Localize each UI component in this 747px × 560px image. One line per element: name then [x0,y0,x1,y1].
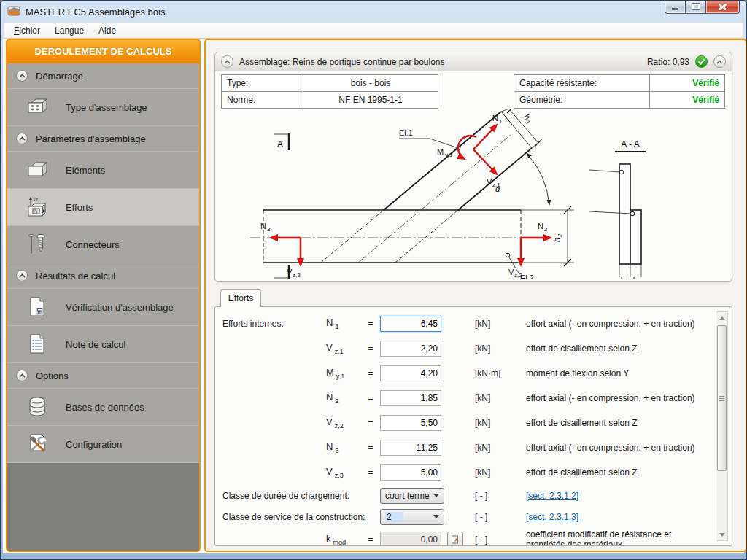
status-verified: Vérifié [650,92,725,109]
n1-input[interactable] [380,316,441,332]
configuration-icon [22,432,53,456]
chevron-up-icon [16,133,28,144]
effort-row: Vz,1 = [kN] effort de cisaillement selon… [218,336,710,361]
load-duration-select[interactable]: court terme [380,488,444,504]
sidebar-item-configuration[interactable]: Configuration [7,426,199,463]
assembly-header: Assemblage: Reins de portique continue p… [215,52,732,71]
section-link[interactable]: [sect. 2.3.1.2] [526,491,710,501]
symbol: Vz,2 [320,416,361,429]
collapse-button[interactable] [713,55,726,68]
svg-text:N: N [538,222,543,230]
triangle-up-icon [719,316,725,320]
chevron-down-icon [433,494,439,497]
sidebar-item-verification[interactable]: Vérification d'assemblage [7,289,199,326]
unit-label: [kN] [475,343,526,354]
sidebar-item-type-assemblage[interactable]: Type d'assemblage [7,89,199,126]
section-link[interactable]: [sect. 2.3.1.3] [526,512,710,522]
minimize-button[interactable] [665,0,686,14]
scroll-down-button[interactable] [716,529,727,540]
report-icon [22,332,53,356]
svg-text:3: 3 [267,226,271,233]
menubar: Fichier Langue Aide [3,23,744,39]
tab-efforts[interactable]: Efforts [220,289,261,307]
info-label: Type: [222,75,303,92]
menu-langue[interactable]: Langue [47,24,91,37]
effort-row: My,1 = [kN·m] moment de flexion selon Y [218,361,710,386]
effort-row: N3 = [kN] effort axial (- en compression… [218,435,710,460]
collapse-button[interactable] [221,55,233,68]
sidebar-empty-area [7,463,199,551]
menu-fichier[interactable]: Fichier [7,24,47,37]
check-ok-icon [695,55,708,68]
unit-label: [kN·m] [475,368,526,378]
vz2-input[interactable] [380,415,441,431]
symbol: N2 [320,392,361,405]
sidebar-section-demarrage[interactable]: Démarrage [7,63,199,89]
chevron-up-icon [16,70,28,82]
svg-text:2: 2 [544,226,548,233]
main-panel: Assemblage: Reins de portique continue p… [204,39,747,552]
close-button[interactable] [706,0,740,14]
sidebar-item-efforts[interactable]: VzN Efforts [7,189,199,226]
svg-text:1: 1 [499,118,503,125]
svg-text:h: h [552,238,561,242]
force-arrows [271,125,551,265]
n3-input[interactable] [380,440,441,456]
unit-label: [kN] [475,467,526,478]
menu-aide[interactable]: Aide [91,24,123,37]
svg-text:z,1: z,1 [492,182,500,188]
unit-label: [ - ] [475,491,526,501]
sidebar-item-connecteurs[interactable]: Connecteurs [7,226,199,263]
svg-text:V: V [487,177,492,186]
service-class-select[interactable]: 2 [380,509,444,525]
vz1-input[interactable] [380,341,441,357]
svg-text:A: A [277,139,283,149]
unit-label: [ - ] [475,512,526,522]
edit-button[interactable] [447,532,463,545]
vertical-scrollbar[interactable] [716,311,728,541]
select-label: Classe de service de la construction: [218,512,380,522]
effort-row: Efforts internes: N1 = [kN] effort axial… [218,311,710,336]
status-label: Capacité résistante: [514,75,650,92]
n2-input[interactable] [380,390,441,406]
sidebar-item-bases-de-donnees[interactable]: Bases de données [7,389,199,426]
elements-icon [22,159,53,181]
assembly-title: Assemblage: Reins de portique continue p… [239,57,445,67]
description: effort de cisaillement selon Z [526,343,710,354]
svg-text:z,3: z,3 [293,272,301,279]
assembly-groupbox: Assemblage: Reins de portique continue p… [214,52,732,282]
sidebar-item-note-de-calcul[interactable]: Note de calcul [7,326,199,363]
sidebar-section-resultats[interactable]: Résultats de calcul [7,263,199,289]
scroll-up-button[interactable] [716,312,727,324]
assembly-info-table: Type:bois - bois Norme:NF EN 1995-1-1 [221,74,438,109]
unit-label: [kN] [475,443,526,453]
vz3-input[interactable] [380,464,441,481]
symbol: Vz,1 [320,342,361,355]
sidebar-item-elements[interactable]: Eléments [7,152,199,189]
efforts-form: Efforts internes: N1 = [kN] effort axial… [214,306,732,546]
description: effort axial (- en compression, + en tra… [526,443,710,453]
select-row: Classe de service de la construction: 2 … [218,506,710,527]
maximize-icon [692,4,700,9]
sidebar-section-options[interactable]: Options [7,363,199,389]
select-row: Classe de durée de chargement: court ter… [218,485,710,506]
description: effort axial (- en compression, + en tra… [526,393,710,403]
svg-text:El.2: El.2 [520,273,534,279]
sidebar-section-parametres[interactable]: Paramètres d'assemblage [7,126,199,152]
svg-text:M: M [437,147,444,156]
kmod-input [380,532,441,545]
description: effort de cisaillement selon Z [526,467,710,478]
drawing-labels: El.1 El.2 A A - A α N1 Vz,1 My,1 N2 Vz,2… [260,112,641,279]
svg-text:2: 2 [557,233,563,238]
svg-text:El.1: El.1 [399,128,413,137]
svg-text:y,1: y,1 [445,152,453,158]
my1-input[interactable] [380,365,441,381]
section-label: Efforts internes: [218,319,320,329]
svg-text:N: N [492,114,498,122]
description: coefficient modificatif de résistance et… [526,529,710,545]
effort-row: Vz,2 = [kN] effort de cisaillement selon… [218,411,710,435]
scrollbar-thumb[interactable] [717,325,727,471]
unit-label: [kN] [475,319,526,329]
svg-text:A - A: A - A [621,139,639,149]
maximize-button[interactable] [686,0,706,14]
